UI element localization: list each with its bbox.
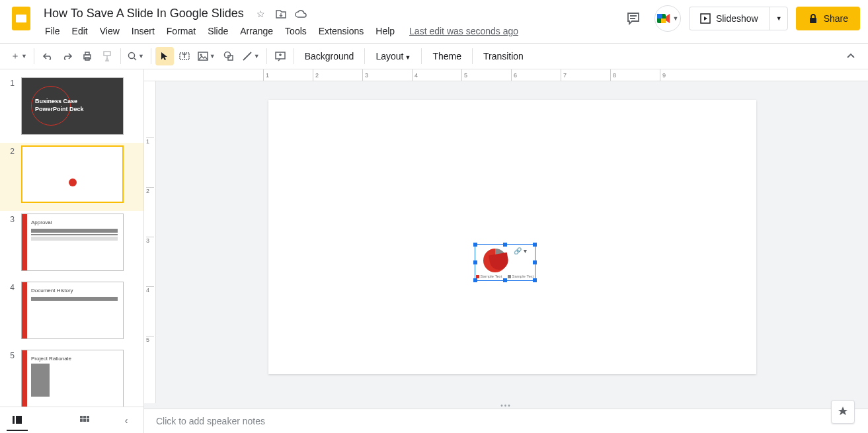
chevron-down-icon[interactable]: ▾ [524, 247, 531, 255]
svg-rect-18 [13, 416, 15, 424]
menu-file[interactable]: File [40, 23, 65, 39]
menu-slide[interactable]: Slide [202, 23, 233, 39]
slideshow-dropdown[interactable]: ▼ [769, 7, 787, 30]
select-tool[interactable] [155, 47, 174, 65]
filmstrip[interactable]: 1 Business Case PowerPoint Deck 2 3 Appr… [0, 69, 144, 433]
menu-tools[interactable]: Tools [280, 23, 312, 39]
ruler-vertical[interactable]: 12345 [144, 81, 156, 403]
undo-button[interactable] [38, 47, 57, 65]
resize-handle[interactable] [533, 243, 537, 247]
menu-format[interactable]: Format [161, 23, 201, 39]
slide-thumb-2[interactable]: 2 [0, 143, 143, 211]
share-label: Share [824, 13, 848, 24]
ruler-horizontal[interactable]: 123456789 [144, 69, 868, 81]
svg-rect-3 [657, 14, 662, 19]
last-edit-link[interactable]: Last edit was seconds ago [409, 26, 518, 36]
slide-thumbnail: Approval [21, 214, 124, 271]
textbox-tool[interactable] [175, 47, 194, 65]
slide-thumbnail: Document History [21, 282, 124, 339]
menu-help[interactable]: Help [370, 23, 400, 39]
resize-handle[interactable] [473, 278, 477, 282]
layout-button[interactable]: Layout▼ [369, 51, 417, 61]
svg-point-15 [224, 52, 230, 58]
menu-view[interactable]: View [95, 23, 125, 39]
meet-icon[interactable]: ▼ [654, 5, 681, 32]
new-slide-button[interactable]: ＋▼ [8, 47, 30, 65]
resize-handle[interactable] [533, 278, 537, 282]
slide-thumb-1[interactable]: 1 Business Case PowerPoint Deck [0, 75, 143, 143]
cloud-status-icon[interactable] [294, 7, 307, 20]
print-button[interactable] [78, 47, 97, 65]
svg-rect-25 [87, 419, 89, 422]
slide-thumb-3[interactable]: 3 Approval [0, 211, 143, 279]
slides-icon [11, 5, 32, 32]
resize-handle[interactable] [503, 278, 507, 282]
menu-arrange[interactable]: Arrange [235, 23, 278, 39]
svg-rect-24 [83, 419, 86, 422]
chevron-down-icon: ▼ [776, 15, 782, 22]
share-button[interactable]: Share [796, 7, 860, 30]
filmstrip-footer: ‹ [0, 407, 144, 433]
chevron-down-icon: ▼ [672, 15, 678, 22]
menu-insert[interactable]: Insert [126, 23, 160, 39]
lock-icon [808, 13, 818, 24]
title-area: How To Save A Slide In Google Slides ☆ F… [40, 5, 620, 39]
slideshow-label: Slideshow [716, 13, 758, 24]
svg-rect-21 [83, 416, 86, 418]
redo-button[interactable] [58, 47, 77, 65]
menu-extensions[interactable]: Extensions [313, 23, 369, 39]
slide-thumbnail: Business Case PowerPoint Deck [21, 77, 124, 135]
svg-rect-22 [87, 416, 89, 418]
header: How To Save A Slide In Google Slides ☆ F… [0, 0, 868, 39]
transition-button[interactable]: Transition [477, 51, 530, 61]
svg-point-14 [200, 54, 202, 56]
notes-drag-handle[interactable]: ••• [144, 403, 868, 409]
svg-rect-23 [80, 419, 83, 422]
grid-view-icon[interactable] [74, 410, 95, 431]
slide-number: 2 [7, 145, 15, 203]
filmstrip-view-icon[interactable] [7, 410, 28, 431]
document-title[interactable]: How To Save A Slide In Google Slides [40, 5, 248, 22]
slide-thumb-4[interactable]: 4 Document History [0, 279, 143, 347]
menu-bar: File Edit View Insert Format Slide Arran… [40, 23, 620, 39]
theme-button[interactable]: Theme [426, 51, 468, 61]
paint-format-button[interactable] [98, 47, 116, 65]
slideshow-button[interactable]: Slideshow [690, 13, 769, 24]
resize-handle[interactable] [473, 260, 477, 264]
background-button[interactable]: Background [298, 51, 361, 61]
line-tool[interactable]: ▼ [239, 47, 262, 65]
comments-icon[interactable] [620, 5, 647, 32]
image-tool[interactable]: ▼ [195, 47, 218, 65]
comment-button[interactable] [271, 47, 290, 65]
main-area: 1 Business Case PowerPoint Deck 2 3 Appr… [0, 69, 868, 433]
menu-edit[interactable]: Edit [67, 23, 93, 39]
resize-handle[interactable] [503, 243, 507, 247]
header-right: ▼ Slideshow ▼ Share [620, 5, 860, 32]
star-icon[interactable]: ☆ [255, 7, 268, 20]
chart-legend: Sample Text Sample Text [475, 274, 535, 278]
svg-point-11 [128, 53, 134, 59]
slide-stage[interactable]: 🔗 ▾ Sample Text Sample Text [156, 81, 868, 403]
link-icon[interactable]: 🔗 [514, 247, 521, 255]
slide-thumb-5[interactable]: 5 Project Rationale [0, 347, 143, 415]
selected-chart-object[interactable]: 🔗 ▾ Sample Text Sample Text [475, 244, 535, 281]
slide-thumbnail [21, 145, 124, 203]
canvas-area: 123456789 12345 🔗 [144, 69, 868, 433]
collapse-toolbar-button[interactable] [842, 47, 860, 65]
svg-rect-8 [85, 52, 89, 55]
speaker-notes[interactable]: Click to add speaker notes [144, 409, 868, 433]
slide-number: 1 [7, 77, 15, 135]
slides-logo[interactable] [8, 5, 34, 32]
slide-number: 5 [7, 350, 15, 407]
shape-tool[interactable] [219, 47, 238, 65]
slideshow-button-group: Slideshow ▼ [689, 7, 788, 30]
explore-button[interactable] [831, 400, 855, 424]
resize-handle[interactable] [473, 243, 477, 247]
move-icon[interactable] [274, 7, 288, 20]
zoom-button[interactable]: ▼ [125, 47, 147, 65]
collapse-filmstrip-icon[interactable]: ‹ [116, 410, 137, 431]
slide-number: 3 [7, 214, 15, 271]
resize-handle[interactable] [533, 260, 537, 264]
svg-rect-4 [661, 19, 666, 23]
slide-canvas[interactable]: 🔗 ▾ Sample Text Sample Text [268, 100, 756, 374]
